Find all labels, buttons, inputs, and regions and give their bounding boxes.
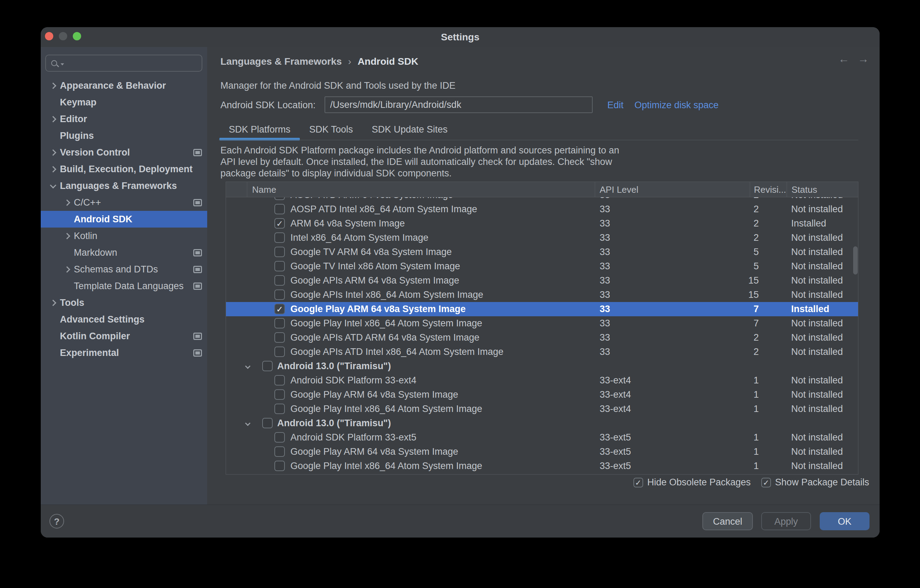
chevron-right-icon[interactable] [64,233,70,239]
checkbox-unchecked-icon[interactable] [274,204,285,214]
column-header-revisi-[interactable]: Revisi... [754,182,786,197]
optimize-disk-space-link[interactable]: Optimize disk space [635,100,719,111]
checkbox-checked-icon[interactable]: ✓ [274,304,285,314]
sidebar-item-appearance-behavior[interactable]: Appearance & Behavior [41,77,207,94]
column-header-name[interactable]: Name [252,182,276,197]
checkbox-unchecked-icon[interactable] [274,233,285,243]
table-group-row[interactable]: Android 13.0 ("Tiramisu") [226,416,858,430]
column-header-api-level[interactable]: API Level [599,182,638,197]
checkbox-unchecked-icon[interactable] [274,318,285,328]
checkbox-unchecked-icon[interactable] [274,332,285,343]
tab-sdk-update-sites[interactable]: SDK Update Sites [363,121,457,141]
sidebar-item-build-execution-deployment[interactable]: Build, Execution, Deployment [41,161,207,178]
checkbox-unchecked-icon[interactable] [274,275,285,286]
table-row[interactable]: Google Play Intel x86_64 Atom System Ima… [226,459,858,473]
checkbox-unchecked-icon[interactable] [274,432,285,443]
sidebar-item-advanced-settings[interactable]: Advanced Settings [41,311,207,328]
column-header-status[interactable]: Status [792,182,817,197]
checkbox-unchecked-icon[interactable] [274,375,285,386]
table-row-clipped-bottom[interactable] [226,473,858,475]
sidebar-item-schemas-and-dtds[interactable]: Schemas and DTDs [41,261,207,278]
checkbox-unchecked-icon[interactable] [274,389,285,400]
checkbox-unchecked-icon[interactable] [274,289,285,300]
footer-options: ✓Hide Obsolete Packages✓Show Package Det… [633,477,869,488]
checkbox-unchecked-icon[interactable] [262,361,273,371]
tab-sdk-platforms[interactable]: SDK Platforms [219,121,300,141]
back-arrow-icon[interactable]: ← [838,53,849,65]
chevron-right-icon[interactable] [64,266,70,273]
search-input[interactable] [45,55,202,72]
chevron-down-icon[interactable] [50,182,56,188]
checkbox-checked-icon[interactable]: ✓ [761,478,771,488]
table-row[interactable] [226,473,858,475]
sidebar-item-kotlin[interactable]: Kotlin [41,228,207,244]
chevron-right-icon[interactable] [50,300,56,306]
table-row[interactable]: Google Play ARM 64 v8a System Image33-ex… [226,445,858,459]
package-name-cell: Google APIs ATD ARM 64 v8a System Image [290,331,479,345]
option-show-package-details[interactable]: ✓Show Package Details [761,477,869,488]
table-row[interactable]: Google TV Intel x86 Atom System Image335… [226,259,858,273]
breadcrumb-parent[interactable]: Languages & Frameworks [220,56,342,67]
table-row[interactable]: Google APIs ATD ARM 64 v8a System Image3… [226,331,858,345]
table-row[interactable]: Android SDK Platform 33-ext433-ext41Not … [226,373,858,388]
table-row[interactable]: Google APIs ATD Intel x86_64 Atom System… [226,345,858,359]
table-row[interactable]: AOSP ATD ARM 64 v8a System Image332Not i… [226,197,858,202]
checkbox-unchecked-icon[interactable] [274,404,285,414]
apply-button[interactable]: Apply [761,512,811,530]
sdk-location-input[interactable] [324,96,593,113]
table-row[interactable]: Google TV ARM 64 v8a System Image335Not … [226,245,858,259]
chevron-right-icon[interactable] [50,116,56,122]
table-row-clipped-top[interactable]: AOSP ATD ARM 64 v8a System Image332Not i… [226,197,858,202]
table-row[interactable]: Google APIs ARM 64 v8a System Image3315N… [226,273,858,288]
table-row[interactable]: Android SDK Platform 33-ext533-ext51Not … [226,430,858,445]
checkbox-unchecked-icon[interactable] [274,247,285,257]
chevron-right-icon[interactable] [50,166,56,172]
package-name-cell: Google APIs ATD Intel x86_64 Atom System… [290,345,504,359]
package-name-cell: Google Play ARM 64 v8a System Image [290,388,458,402]
table-scrollbar-thumb[interactable] [853,246,858,275]
sidebar-item-experimental[interactable]: Experimental [41,344,207,361]
edit-link[interactable]: Edit [607,100,624,111]
table-row[interactable]: ✓Google Play ARM 64 v8a System Image337I… [226,302,858,316]
checkbox-checked-icon[interactable]: ✓ [633,478,643,488]
chevron-down-icon[interactable] [245,363,251,369]
checkbox-checked-icon[interactable]: ✓ [274,218,285,229]
forward-arrow-icon[interactable]: → [858,53,869,65]
checkbox-unchecked-icon[interactable] [274,460,285,471]
table-row[interactable]: Google Play Intel x86_64 Atom System Ima… [226,316,858,331]
sidebar-item-languages-frameworks[interactable]: Languages & Frameworks [41,178,207,194]
chevron-right-icon[interactable] [50,82,56,89]
sidebar-item-tools[interactable]: Tools [41,294,207,311]
table-row[interactable]: Google APIs Intel x86_64 Atom System Ima… [226,288,858,302]
sidebar-item-plugins[interactable]: Plugins [41,128,207,144]
sidebar-item-android-sdk[interactable]: Android SDK [41,211,207,228]
checkbox-unchecked-icon[interactable] [274,197,285,200]
option-hide-obsolete-packages[interactable]: ✓Hide Obsolete Packages [633,477,751,488]
checkbox-unchecked-icon[interactable] [274,347,285,357]
sidebar-item-markdown[interactable]: Markdown [41,244,207,261]
checkbox-unchecked-icon[interactable] [274,446,285,457]
chevron-right-icon[interactable] [64,199,70,206]
sidebar-item-c-c-[interactable]: C/C++ [41,194,207,211]
search-options-caret-icon[interactable] [61,63,64,65]
checkbox-unchecked-icon[interactable] [262,418,273,428]
tab-sdk-tools[interactable]: SDK Tools [300,121,363,141]
status-cell: Not installed [791,197,843,202]
sidebar-item-template-data-languages[interactable]: Template Data Languages [41,278,207,294]
table-group-row[interactable]: Android 13.0 ("Tiramisu") [226,359,858,373]
sidebar-item-version-control[interactable]: Version Control [41,144,207,161]
table-row[interactable]: ✓ARM 64 v8a System Image332Installed [226,216,858,231]
chevron-right-icon[interactable] [50,149,56,155]
ok-button[interactable]: OK [820,512,870,530]
help-button[interactable]: ? [49,514,64,528]
table-row[interactable]: Google Play ARM 64 v8a System Image33-ex… [226,388,858,402]
sidebar-item-keymap[interactable]: Keymap [41,94,207,111]
table-row[interactable]: Intel x86_64 Atom System Image332Not ins… [226,231,858,245]
sidebar-item-editor[interactable]: Editor [41,111,207,128]
table-row[interactable]: AOSP ATD Intel x86_64 Atom System Image3… [226,202,858,216]
chevron-down-icon[interactable] [245,421,251,426]
table-row[interactable]: Google Play Intel x86_64 Atom System Ima… [226,402,858,416]
checkbox-unchecked-icon[interactable] [274,261,285,271]
cancel-button[interactable]: Cancel [702,512,753,530]
sidebar-item-kotlin-compiler[interactable]: Kotlin Compiler [41,328,207,344]
